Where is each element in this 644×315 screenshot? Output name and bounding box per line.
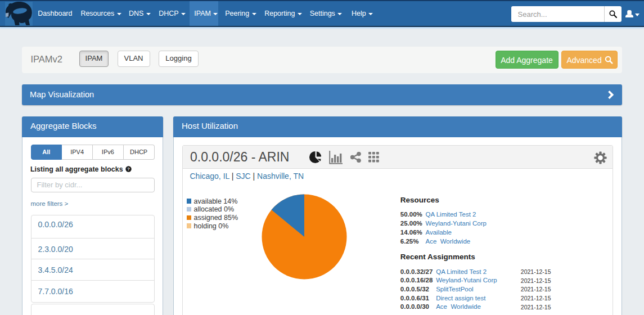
svg-text:?: ? [127,166,130,172]
